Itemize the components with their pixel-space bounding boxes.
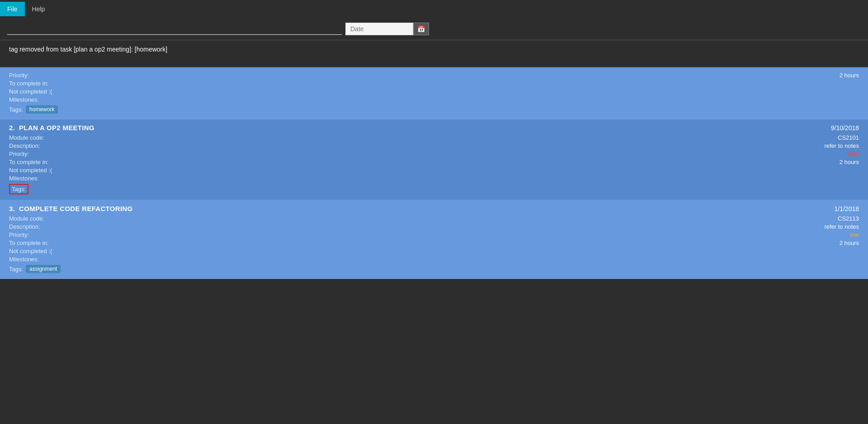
task-header: 2. PLAN A OP2 MEETING 9/10/2018 xyxy=(9,124,859,132)
complete-value: 2 hours xyxy=(840,159,859,165)
tag-badge: assignment xyxy=(26,265,61,273)
field-priority-label: Priority: xyxy=(9,72,29,79)
priority-label: Priority: xyxy=(9,151,29,157)
milestones-label: Milestones: xyxy=(9,175,859,182)
priority-value: low xyxy=(850,231,859,238)
module-code-value: CS2113 xyxy=(838,215,859,222)
task-title: 3. COMPLETE CODE REFACTORING xyxy=(9,205,132,212)
tags-row: Tags: assignment xyxy=(9,265,859,273)
field-hours-value: 2 hours xyxy=(840,72,859,79)
task-item-op2: 2. PLAN A OP2 MEETING 9/10/2018 Module c… xyxy=(0,119,868,200)
complete-label: To complete in: xyxy=(9,159,48,165)
task-date: 1/1/2018 xyxy=(835,205,859,212)
date-input[interactable] xyxy=(345,23,413,35)
menubar: File Help xyxy=(0,0,868,18)
field-tocomplete-label: To complete in: xyxy=(9,80,859,87)
task-list: Priority: 2 hours To complete in: Not co… xyxy=(0,67,868,421)
module-code-label: Module code: xyxy=(9,215,44,222)
description-label: Description: xyxy=(9,142,40,149)
field-notcompleted: Not completed :( xyxy=(9,88,859,95)
tags-label: Tags: xyxy=(12,186,26,193)
date-picker-button[interactable]: 📅 xyxy=(413,23,429,35)
tags-label: Tags: xyxy=(9,266,23,273)
description-value: refer to notes xyxy=(824,142,859,149)
notification-message: tag removed from task [plan a op2 meetin… xyxy=(9,46,167,53)
priority-value: high xyxy=(848,151,859,157)
toolbar: 📅 xyxy=(0,18,868,40)
field-milestones-label: Milestones: xyxy=(9,96,859,103)
module-code-label: Module code: xyxy=(9,134,44,141)
menu-file[interactable]: File xyxy=(0,2,25,16)
task-date: 9/10/2018 xyxy=(831,124,859,132)
task-title: 2. PLAN A OP2 MEETING xyxy=(9,124,94,132)
tags-row: Tags: homework xyxy=(9,105,859,113)
not-completed-label: Not completed :( xyxy=(9,167,859,174)
description-value: refer to notes xyxy=(824,223,859,230)
tags-label: Tags: xyxy=(9,106,23,113)
milestones-label: Milestones: xyxy=(9,256,859,263)
priority-label: Priority: xyxy=(9,231,29,238)
tag-badge: homework xyxy=(26,105,58,113)
search-input[interactable] xyxy=(7,24,342,35)
complete-value: 2 hours xyxy=(840,240,859,246)
date-wrapper: 📅 xyxy=(345,23,429,35)
menu-help[interactable]: Help xyxy=(25,2,52,16)
module-code-value: CS2101 xyxy=(838,134,859,141)
task-item-refactoring: 3. COMPLETE CODE REFACTORING 1/1/2018 Mo… xyxy=(0,200,868,279)
tags-row-outlined: Tags: xyxy=(9,184,28,194)
complete-label: To complete in: xyxy=(9,240,48,246)
task-header: 3. COMPLETE CODE REFACTORING 1/1/2018 xyxy=(9,205,859,212)
search-wrapper xyxy=(7,24,342,35)
notification-bar: tag removed from task [plan a op2 meetin… xyxy=(0,40,868,67)
description-label: Description: xyxy=(9,223,40,230)
not-completed-label: Not completed :( xyxy=(9,248,859,254)
task-item-partial: Priority: 2 hours To complete in: Not co… xyxy=(0,67,868,119)
